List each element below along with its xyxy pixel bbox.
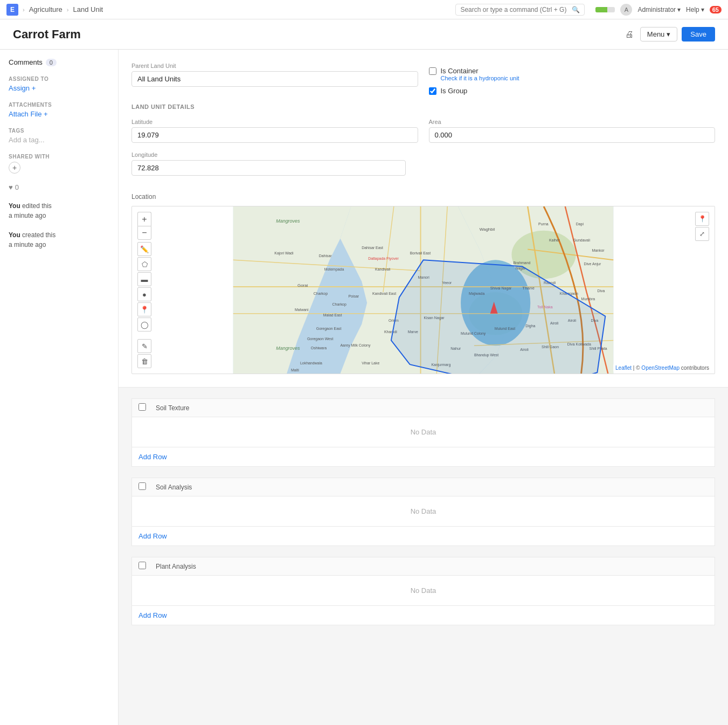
map-fullscreen-button[interactable]: ⤢ bbox=[695, 227, 709, 241]
latitude-label: Latitude bbox=[131, 119, 418, 125]
svg-text:Aarey Milk Colony: Aarey Milk Colony bbox=[340, 343, 370, 348]
soil-texture-select-all[interactable] bbox=[138, 403, 146, 411]
lng-row: Longitude bbox=[131, 151, 715, 176]
navbar: E › Agriculture › Land Unit 🔍 A Administ… bbox=[0, 0, 728, 19]
sidebar-activity-2: You created thisa minute ago bbox=[9, 230, 109, 250]
chevron-down-icon: ▾ bbox=[677, 6, 681, 13]
hydroponic-hint: Check if it is a hydroponic unit bbox=[441, 75, 716, 81]
area-input[interactable] bbox=[429, 127, 716, 143]
draw-circle-tool[interactable]: ● bbox=[137, 287, 151, 301]
zoom-out-button[interactable]: − bbox=[137, 226, 151, 240]
is-container-label: Is Container bbox=[441, 67, 479, 75]
is-container-checkbox[interactable] bbox=[429, 67, 436, 75]
parent-land-unit-label: Parent Land Unit bbox=[131, 63, 418, 69]
soil-texture-table: Soil Texture No Data Add Row bbox=[131, 398, 715, 467]
soil-analysis-header: Soil Analysis bbox=[132, 478, 715, 496]
attach-file-action[interactable]: Attach File + bbox=[9, 110, 109, 118]
form-card: Parent Land Unit Is Container Check if i… bbox=[119, 50, 728, 388]
svg-text:Kandivali East: Kandivali East bbox=[372, 292, 396, 295]
map-corner-buttons: 📍 ⤢ bbox=[695, 212, 709, 241]
comments-label: Comments bbox=[9, 58, 43, 66]
longitude-field: Longitude bbox=[131, 151, 406, 176]
svg-text:Mangroves: Mangroves bbox=[276, 346, 300, 351]
search-bar[interactable]: 🔍 bbox=[455, 4, 585, 16]
battery-fill bbox=[595, 7, 607, 12]
draw-line-tool[interactable]: ✏️ bbox=[137, 242, 151, 256]
svg-text:Poisar: Poisar bbox=[348, 294, 359, 298]
tables-wrapper: Soil Texture No Data Add Row Soil Analys… bbox=[119, 388, 728, 632]
parent-land-unit-input[interactable] bbox=[131, 71, 418, 87]
area-label: Area bbox=[429, 119, 716, 125]
svg-text:Mumbra: Mumbra bbox=[581, 297, 595, 301]
svg-text:Oshiwara: Oshiwara bbox=[311, 346, 327, 350]
likes-count: 0 bbox=[15, 183, 19, 191]
map-locate-button[interactable]: 📍 bbox=[695, 212, 709, 226]
notification-badge[interactable]: 65 bbox=[710, 6, 722, 13]
map-delete-button[interactable]: 🗑 bbox=[137, 354, 151, 368]
svg-text:Kandivali: Kandivali bbox=[375, 267, 391, 271]
nav-chevron-2: › bbox=[67, 6, 69, 13]
print-button[interactable]: 🖨 bbox=[623, 27, 636, 42]
draw-arc-tool[interactable]: ◯ bbox=[137, 317, 151, 332]
svg-text:Malti: Malti bbox=[291, 368, 299, 372]
app-logo: E bbox=[6, 4, 18, 16]
svg-text:Lokhandwala: Lokhandwala bbox=[300, 361, 322, 365]
admin-button[interactable]: Administrator ▾ bbox=[637, 6, 681, 13]
menu-button[interactable]: Menu ▾ bbox=[640, 27, 678, 42]
plant-analysis-header: Plant Analysis bbox=[132, 557, 715, 576]
assign-action[interactable]: Assign + bbox=[9, 84, 109, 92]
shared-plus-button[interactable]: + bbox=[9, 162, 20, 174]
svg-text:Dahisar East: Dahisar East bbox=[362, 246, 383, 250]
svg-text:Diva: Diva bbox=[597, 289, 605, 293]
sidebar-activity: You edited thisa minute ago bbox=[9, 201, 109, 220]
search-input[interactable] bbox=[460, 6, 572, 13]
latitude-input[interactable] bbox=[131, 127, 418, 143]
map-edit-button[interactable]: ✎ bbox=[137, 339, 151, 353]
plant-analysis-table: Plant Analysis No Data Add Row bbox=[131, 557, 715, 625]
draw-rectangle-tool[interactable]: ▬ bbox=[137, 272, 151, 286]
chevron-down-icon-menu: ▾ bbox=[667, 30, 670, 38]
soil-analysis-select-all[interactable] bbox=[138, 482, 146, 490]
sidebar: Comments 0 ASSIGNED TO Assign + ATTACHME… bbox=[0, 50, 119, 725]
area-field: Area bbox=[429, 119, 716, 143]
map-section: Location bbox=[131, 184, 715, 374]
heart-icon: ♥ bbox=[9, 183, 13, 191]
checkbox-container: Is Container Check if it is a hydroponic… bbox=[429, 63, 716, 95]
assigned-to-label: ASSIGNED TO bbox=[9, 76, 109, 82]
osm-link[interactable]: OpenStreetMap bbox=[641, 365, 680, 371]
lat-area-row: Latitude Area bbox=[131, 119, 715, 143]
map-container: Mangroves Mangroves Mangroves Gorai Dahi… bbox=[131, 206, 715, 374]
draw-marker-tool[interactable]: 📍 bbox=[137, 302, 151, 316]
sidebar-assigned-to: ASSIGNED TO Assign + bbox=[9, 76, 109, 92]
longitude-input[interactable] bbox=[131, 160, 406, 176]
zoom-in-button[interactable]: + bbox=[137, 212, 151, 226]
is-group-checkbox[interactable] bbox=[429, 87, 436, 95]
plant-analysis-select-all[interactable] bbox=[138, 562, 146, 569]
plant-analysis-add-row-section: Add Row bbox=[132, 605, 715, 625]
soil-analysis-col-title: Soil Analysis bbox=[156, 484, 665, 491]
checkbox-group: Is Container Check if it is a hydroponic… bbox=[429, 63, 716, 95]
soil-texture-col-title: Soil Texture bbox=[156, 404, 665, 412]
leaflet-link[interactable]: Leaflet bbox=[615, 365, 632, 371]
svg-text:Malad East: Malad East bbox=[323, 313, 342, 317]
soil-texture-add-row-button[interactable]: Add Row bbox=[138, 453, 167, 461]
svg-text:Charkop: Charkop bbox=[332, 302, 346, 307]
svg-text:Gundavali: Gundavali bbox=[573, 238, 591, 242]
add-tag-action[interactable]: Add a tag... bbox=[9, 136, 109, 144]
svg-text:Dive Anjur: Dive Anjur bbox=[584, 262, 601, 266]
breadcrumb-agriculture[interactable]: Agriculture bbox=[29, 5, 63, 13]
svg-text:Motempada: Motempada bbox=[324, 267, 344, 272]
battery-indicator bbox=[595, 7, 615, 12]
plant-analysis-add-row-button[interactable]: Add Row bbox=[138, 611, 167, 619]
svg-text:Dapi: Dapi bbox=[576, 222, 584, 226]
soil-analysis-add-row-button[interactable]: Add Row bbox=[138, 532, 167, 540]
breadcrumb-land-unit[interactable]: Land Unit bbox=[73, 5, 103, 13]
save-button[interactable]: Save bbox=[682, 27, 715, 42]
draw-polygon-tool[interactable]: ⬠ bbox=[137, 257, 151, 271]
soil-analysis-table: Soil Analysis No Data Add Row bbox=[131, 478, 715, 546]
help-button[interactable]: Help ▾ bbox=[686, 6, 704, 13]
sidebar-likes: ♥ 0 bbox=[9, 183, 109, 191]
svg-text:Dahisar: Dahisar bbox=[319, 254, 332, 258]
page-header: Carrot Farm 🖨 Menu ▾ Save bbox=[0, 19, 728, 50]
attachments-label: ATTACHMENTS bbox=[9, 102, 109, 108]
